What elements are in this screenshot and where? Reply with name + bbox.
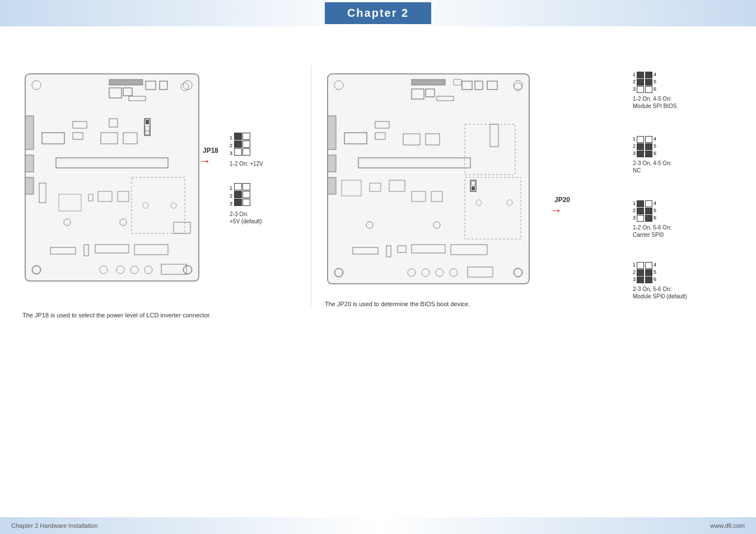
svg-rect-60 bbox=[328, 155, 336, 172]
footer-website: www.dfi.com bbox=[710, 522, 745, 529]
footer-chapter: Chapter 2 Hardware Installation bbox=[11, 522, 98, 529]
jp20-pinout1-label: 1-2 On, 4-5 On:Module SPI BIOS bbox=[633, 95, 745, 110]
jp18-pinout1: 1 2 3 1 bbox=[230, 133, 263, 167]
jp18-description: The JP18 is used to select the power lev… bbox=[22, 312, 211, 318]
jp20-pinout3-label: 1-2 On, 5-6 On:Carrier SPI0 bbox=[633, 224, 745, 238]
jp20-pinout-group1: 123 456 1-2 On, 4-5 On:Modul bbox=[633, 71, 745, 110]
svg-rect-48 bbox=[328, 74, 529, 284]
jp20-arrow: → bbox=[550, 204, 562, 217]
jp20-pinout2-label: 2-3 On, 4-5 On:NC bbox=[633, 160, 745, 174]
svg-rect-53 bbox=[412, 79, 445, 85]
svg-rect-75 bbox=[472, 181, 475, 185]
jp20-description: The JP20 is used to determine the BIOS b… bbox=[325, 301, 470, 307]
jp20-pinout-group4: 123 456 2-3 On, 5-6 On:Module SPI0 (defa… bbox=[633, 261, 745, 300]
jp20-pinout-group2: 123 456 2-3 On, 4-5 On:NC bbox=[633, 135, 745, 174]
chapter-title: Chapter 2 bbox=[325, 2, 431, 24]
jp18-pinout2: 1 2 3 2-3 On:+5V (default) bbox=[230, 183, 262, 225]
page-header: Chapter 2 bbox=[0, 0, 756, 26]
jp18-label: JP18 bbox=[203, 147, 218, 154]
svg-rect-76 bbox=[472, 186, 475, 190]
svg-rect-61 bbox=[328, 177, 336, 194]
jp20-diagram-container bbox=[325, 71, 543, 292]
svg-rect-8 bbox=[25, 177, 34, 194]
jp20-pinout4-label: 2-3 On, 5-6 On:Module SPI0 (default) bbox=[633, 285, 745, 300]
jp18-pinout2-label: 2-3 On:+5V (default) bbox=[230, 210, 262, 225]
svg-rect-24 bbox=[146, 131, 149, 134]
section-divider bbox=[311, 65, 311, 306]
svg-rect-59 bbox=[328, 116, 336, 149]
svg-rect-7 bbox=[25, 155, 34, 172]
jp18-diagram-container bbox=[22, 71, 213, 292]
svg-rect-5 bbox=[109, 79, 143, 85]
svg-rect-23 bbox=[146, 127, 149, 131]
jp20-pinout-group3: 123 456 1-2 On, 5-6 On:Carrier SPI0 bbox=[633, 200, 745, 238]
svg-rect-22 bbox=[146, 120, 149, 124]
jp18-pinout1-label: 1-2 On: +12V bbox=[230, 160, 263, 167]
svg-rect-6 bbox=[25, 116, 34, 149]
jp20-motherboard-svg bbox=[325, 71, 543, 289]
page-footer: Chapter 2 Hardware Installation www.dfi.… bbox=[0, 517, 756, 534]
jp18-motherboard-svg bbox=[22, 71, 213, 289]
jp20-label: JP20 bbox=[554, 196, 570, 204]
jp18-arrow: → bbox=[199, 155, 211, 167]
main-content: JP18 → 1 2 3 bbox=[0, 26, 756, 517]
